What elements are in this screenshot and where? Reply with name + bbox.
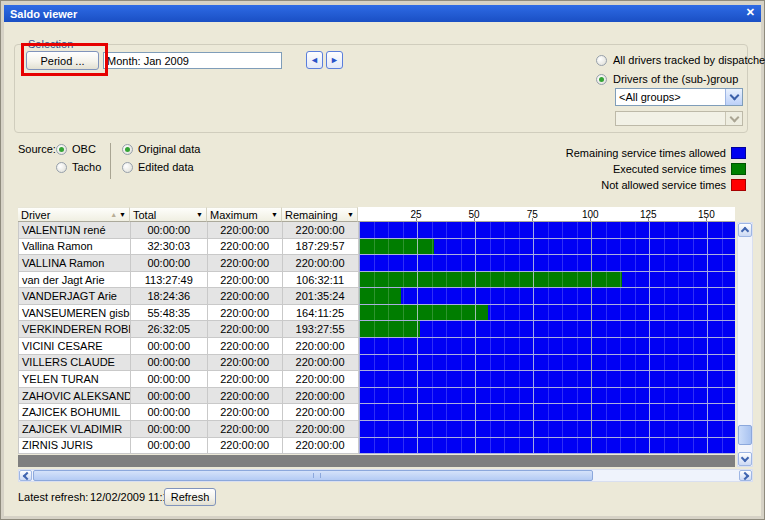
cell-total: 32:30:03 <box>131 239 208 256</box>
filter-dropdown-icon[interactable]: ▼ <box>347 211 354 218</box>
cell-total: 18:24:36 <box>131 288 208 305</box>
cell-remaining: 220:00:00 <box>283 438 359 455</box>
cell-remaining: 220:00:00 <box>283 355 359 372</box>
cell-maximum: 220:00:00 <box>208 388 283 405</box>
radio-original-data[interactable] <box>122 144 133 155</box>
cell-driver: VALENTIJN rené <box>19 222 131 239</box>
horizontal-scrollbar-thumb[interactable] <box>33 470 593 481</box>
column-header-driver[interactable]: Driver ▲ ▼ <box>18 207 130 222</box>
legend-item: Not allowed service times <box>601 179 746 191</box>
filter-dropdown-icon[interactable]: ▼ <box>271 211 278 218</box>
table-row[interactable]: VERKINDEREN ROBERT26:32:05220:00:00193:2… <box>19 321 735 338</box>
next-month-icon: ► <box>330 55 339 65</box>
chart-grid <box>359 222 735 238</box>
vertical-scrollbar[interactable] <box>737 222 753 467</box>
cell-driver: YELEN TURAN <box>19 371 131 388</box>
service-time-bar-cell <box>359 338 735 355</box>
table-row[interactable]: ZAJICEK VLADIMIR00:00:00220:00:00220:00:… <box>19 421 735 438</box>
cell-maximum: 220:00:00 <box>208 222 283 239</box>
window-title: Saldo viewer <box>4 8 77 20</box>
cell-remaining: 220:00:00 <box>283 421 359 438</box>
table-header: Driver ▲ ▼ Total ▼ Maximum ▼ Remaining ▼ <box>18 207 358 222</box>
chart-grid <box>359 371 735 387</box>
column-label: Total <box>133 209 156 221</box>
cell-maximum: 220:00:00 <box>208 338 283 355</box>
group-select[interactable]: <All groups> <box>615 88 743 106</box>
service-time-bar-cell <box>359 222 735 239</box>
service-time-bar-cell <box>359 355 735 372</box>
service-time-bar-cell <box>359 239 735 256</box>
service-time-bar-cell <box>359 255 735 272</box>
column-header-maximum[interactable]: Maximum ▼ <box>207 207 282 222</box>
column-label: Driver <box>21 209 50 221</box>
service-time-bar-cell <box>359 421 735 438</box>
chart-grid <box>359 255 735 271</box>
table-row[interactable]: van der Jagt Arie113:27:49220:00:00106:3… <box>19 272 735 289</box>
cell-driver: ZAJICEK BOHUMIL <box>19 404 131 421</box>
previous-month-button[interactable]: ◄ <box>306 51 323 69</box>
period-button[interactable]: Period ... <box>26 51 99 70</box>
table-row[interactable]: VANSEUMEREN gisbert55:48:35220:00:00164:… <box>19 305 735 322</box>
table-row[interactable]: ZIRNIS JURIS00:00:00220:00:00220:00:00 <box>19 438 735 455</box>
filter-dropdown-icon[interactable]: ▼ <box>196 211 203 218</box>
scroll-left-button[interactable] <box>19 470 32 481</box>
cell-maximum: 220:00:00 <box>208 239 283 256</box>
column-header-remaining[interactable]: Remaining ▼ <box>282 207 358 222</box>
filter-dropdown-icon[interactable]: ▼ <box>119 211 126 218</box>
cell-total: 00:00:00 <box>131 222 208 239</box>
cell-maximum: 220:00:00 <box>208 371 283 388</box>
titlebar[interactable]: Saldo viewer ✕ <box>4 5 761 22</box>
cell-remaining: 220:00:00 <box>283 371 359 388</box>
radio-tacho[interactable] <box>56 162 67 173</box>
column-label: Remaining <box>285 209 338 221</box>
service-time-bar-cell <box>359 305 735 322</box>
chevron-up-icon <box>741 227 749 235</box>
cell-maximum: 220:00:00 <box>208 272 283 289</box>
cell-maximum: 220:00:00 <box>208 438 283 455</box>
cell-driver: VILLERS CLAUDE <box>19 355 131 372</box>
cell-remaining: 220:00:00 <box>283 338 359 355</box>
table-row[interactable]: VALLINA Ramon00:00:00220:00:00220:00:00 <box>19 255 735 272</box>
radio-all-drivers[interactable] <box>596 55 607 66</box>
refresh-button[interactable]: Refresh <box>164 488 216 506</box>
table-row[interactable]: VILLERS CLAUDE00:00:00220:00:00220:00:00 <box>19 355 735 372</box>
legend-executed-swatch <box>731 163 746 175</box>
month-field[interactable]: Month: Jan 2009 <box>103 52 282 69</box>
cell-maximum: 220:00:00 <box>208 305 283 322</box>
next-month-button[interactable]: ► <box>326 51 343 69</box>
cell-total: 00:00:00 <box>131 388 208 405</box>
executed-time-bar <box>359 272 623 288</box>
table-row[interactable]: VALENTIJN rené00:00:00220:00:00220:00:00 <box>19 222 735 239</box>
table-row[interactable]: VICINI CESARE00:00:00220:00:00220:00:00 <box>19 338 735 355</box>
horizontal-scrollbar[interactable] <box>18 469 753 482</box>
table-row[interactable]: VANDERJAGT Arie18:24:36220:00:00201:35:2… <box>19 288 735 305</box>
cell-driver: VALLINA Ramon <box>19 255 131 272</box>
chart-grid <box>359 355 735 371</box>
cell-remaining: 187:29:57 <box>283 239 359 256</box>
scroll-down-button[interactable] <box>738 452 752 466</box>
scroll-up-button[interactable] <box>738 223 752 237</box>
legend-remaining-swatch <box>731 147 746 159</box>
radio-edited-data[interactable] <box>122 162 133 173</box>
table-row[interactable]: ZAJICEK BOHUMIL00:00:00220:00:00220:00:0… <box>19 404 735 421</box>
column-header-total[interactable]: Total ▼ <box>130 207 207 222</box>
cell-total: 00:00:00 <box>131 371 208 388</box>
service-time-bar-cell <box>359 321 735 338</box>
table-row[interactable]: ZAHOVIC ALEKSANDER00:00:00220:00:00220:0… <box>19 388 735 405</box>
chart-grid <box>359 438 735 454</box>
scroll-right-button[interactable] <box>739 470 752 481</box>
table-empty-area <box>18 455 735 467</box>
chevron-down-disabled-icon <box>725 112 742 125</box>
executed-time-bar <box>359 239 435 255</box>
chevron-down-icon[interactable] <box>725 89 742 105</box>
table-row[interactable]: YELEN TURAN00:00:00220:00:00220:00:00 <box>19 371 735 388</box>
cell-total: 113:27:49 <box>131 272 208 289</box>
vertical-scrollbar-thumb[interactable] <box>738 425 752 445</box>
radio-obc[interactable] <box>56 144 67 155</box>
group-select-value: <All groups> <box>619 91 681 103</box>
executed-time-bar <box>359 288 402 304</box>
cell-total: 00:00:00 <box>131 421 208 438</box>
close-icon[interactable]: ✕ <box>746 6 755 19</box>
table-row[interactable]: Vallina Ramon32:30:03220:00:00187:29:57 <box>19 239 735 256</box>
radio-subgroup[interactable] <box>596 74 607 85</box>
